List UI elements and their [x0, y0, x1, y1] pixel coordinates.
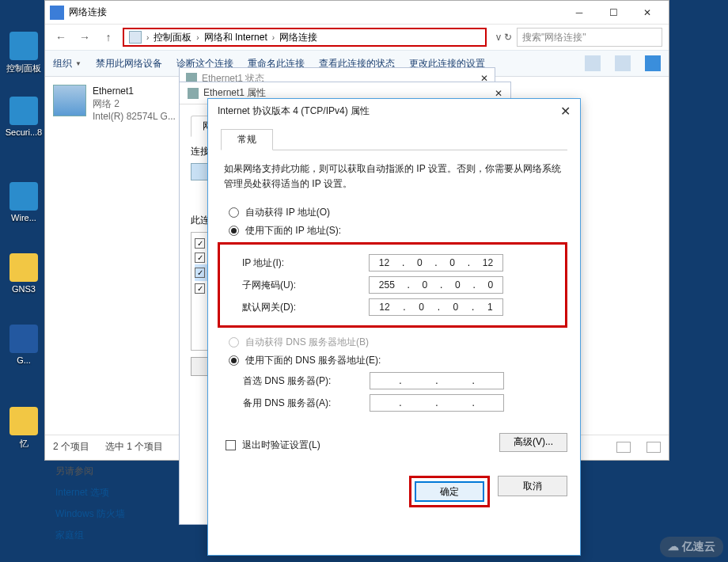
advanced-button[interactable]: 高级(V)...: [499, 433, 567, 452]
view-icon[interactable]: [585, 55, 601, 71]
organize-button[interactable]: 组织▼: [53, 57, 82, 70]
radio-auto-dns: 自动获得 DNS 服务器地址(B): [229, 336, 567, 349]
adapter-network: 网络 2: [93, 97, 176, 110]
link-homegroup[interactable]: 家庭组: [44, 525, 203, 546]
desktop-icon[interactable]: G...: [2, 325, 46, 365]
disable-button[interactable]: 禁用此网络设备: [96, 57, 162, 70]
desktop-icon[interactable]: GNS3: [2, 253, 46, 294]
gateway-input[interactable]: 12. 0. 0. 1: [369, 298, 503, 316]
minimize-button[interactable]: ─: [563, 2, 596, 24]
dialog-title: Internet 协议版本 4 (TCP/IPv4) 属性: [218, 104, 370, 118]
titlebar[interactable]: 网络连接 ─ ☐ ✕: [45, 1, 669, 25]
window-title: 网络连接: [69, 6, 563, 19]
close-icon[interactable]: ✕: [560, 104, 571, 119]
watermark: ☁ 亿速云: [660, 537, 723, 557]
close-button[interactable]: ✕: [631, 2, 664, 24]
details-view-icon[interactable]: [616, 442, 631, 453]
tab-general[interactable]: 常规: [221, 129, 273, 150]
validate-checkbox[interactable]: 退出时验证设置(L): [226, 439, 320, 452]
ip-address-input[interactable]: 12. 0. 0. 12: [369, 254, 503, 272]
dns1-input[interactable]: ...: [370, 372, 504, 389]
adapter-name: Ethernet1: [93, 85, 176, 97]
breadcrumb[interactable]: › 控制面板 › 网络和 Internet › 网络连接: [123, 28, 487, 47]
nic-icon: [191, 163, 208, 180]
desktop-icon[interactable]: Securi...8: [2, 97, 46, 137]
forward-button[interactable]: →: [75, 28, 94, 47]
radio-use-ip[interactable]: 使用下面的 IP 地址(S):: [229, 224, 567, 237]
back-button[interactable]: ←: [51, 28, 70, 47]
tcpip-dialog: Internet 协议版本 4 (TCP/IPv4) 属性 ✕ 常规 如果网络支…: [207, 98, 581, 556]
adapter-item[interactable]: Ethernet1 网络 2 Intel(R) 82574L G...: [50, 82, 192, 127]
dns2-input[interactable]: ...: [370, 394, 504, 412]
ok-highlight: 确定: [409, 476, 490, 507]
dialog-icon: [188, 88, 199, 99]
radio-auto-ip[interactable]: 自动获得 IP 地址(O): [229, 206, 567, 219]
adapter-icon: [53, 85, 86, 116]
desktop-icon[interactable]: Wire...: [2, 182, 46, 222]
preview-icon[interactable]: [615, 55, 631, 71]
help-icon[interactable]: [645, 55, 661, 71]
desktop-icon[interactable]: 忆: [2, 407, 46, 450]
adapter-device: Intel(R) 82574L G...: [93, 110, 176, 123]
maximize-button[interactable]: ☐: [597, 2, 630, 24]
subnet-mask-input[interactable]: 255. 0. 0. 0: [369, 276, 503, 294]
description-text: 如果网络支持此功能，则可以获取自动指派的 IP 设置。否则，你需要从网络系统管理…: [221, 161, 567, 192]
ip-fields-highlight: IP 地址(I): 12. 0. 0. 12 子网掩码(U): 255. 0. …: [218, 242, 567, 328]
icons-view-icon[interactable]: [646, 442, 661, 453]
desktop-icon[interactable]: 控制面板: [2, 32, 46, 74]
radio-use-dns[interactable]: 使用下面的 DNS 服务器地址(E):: [229, 354, 567, 367]
close-icon[interactable]: ✕: [495, 88, 502, 99]
search-input[interactable]: 搜索"网络连接": [517, 28, 662, 47]
cancel-button[interactable]: 取消: [498, 476, 567, 496]
up-button[interactable]: ↑: [99, 28, 118, 47]
window-icon: [50, 6, 64, 20]
ok-button[interactable]: 确定: [415, 481, 484, 502]
location-icon: [129, 31, 142, 44]
